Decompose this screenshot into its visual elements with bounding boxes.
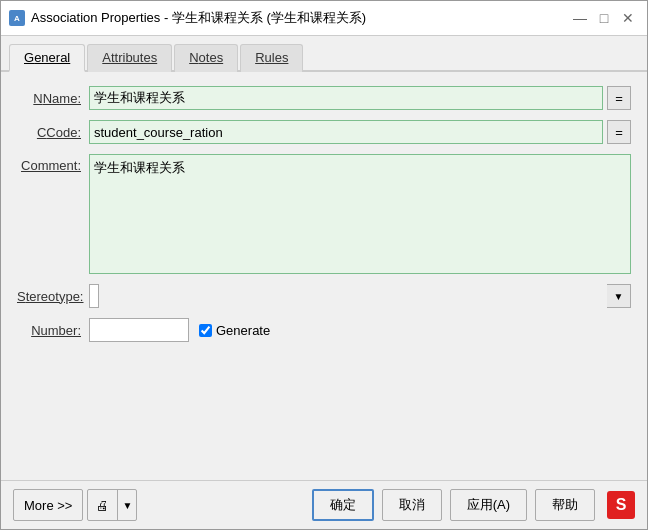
number-label-text: Number: [31, 323, 81, 338]
minimize-button[interactable]: — [569, 7, 591, 29]
stereotype-dropdown-icon: ▼ [607, 284, 631, 308]
window-title: Association Properties - 学生和课程关系 (学生和课程关… [31, 9, 366, 27]
tab-notes-label: otes [199, 50, 224, 65]
number-input[interactable] [89, 318, 189, 342]
main-window: A Association Properties - 学生和课程关系 (学生和课… [0, 0, 648, 530]
print-button[interactable]: 🖨 ▼ [87, 489, 137, 521]
generate-checkbox[interactable] [199, 324, 212, 337]
tab-rules[interactable]: Rules [240, 44, 303, 72]
stereotype-field: ▼ [89, 284, 631, 308]
print-icon: 🖨 [88, 490, 118, 520]
maximize-button[interactable]: □ [593, 7, 615, 29]
tab-attributes-label: ttributes [111, 50, 157, 65]
tab-attributes[interactable]: Attributes [87, 44, 172, 72]
help-button[interactable]: 帮助 [535, 489, 595, 521]
comment-row: Comment: 学生和课程关系 [17, 154, 631, 274]
title-bar-left: A Association Properties - 学生和课程关系 (学生和课… [9, 9, 366, 27]
more-button[interactable]: More >> [13, 489, 83, 521]
code-input[interactable] [89, 120, 603, 144]
window-icon: A [9, 10, 25, 26]
stereotype-label: Stereotype: [17, 289, 89, 304]
code-eq-button[interactable]: = [607, 120, 631, 144]
form-content: NName: = CCode: = Comment: 学生和课程关系 [1, 72, 647, 480]
svg-text:A: A [14, 14, 20, 23]
number-row: Number: Generate [17, 318, 631, 342]
cancel-button[interactable]: 取消 [382, 489, 442, 521]
tab-notes[interactable]: Notes [174, 44, 238, 72]
code-label-text: Code: [46, 125, 81, 140]
tab-bar: General Attributes Notes Rules [1, 36, 647, 72]
name-eq-button[interactable]: = [607, 86, 631, 110]
apply-button[interactable]: 应用(A) [450, 489, 527, 521]
stereotype-select-wrapper: ▼ [89, 284, 631, 308]
comment-label-text: Comment: [21, 158, 81, 173]
tab-general-label: eneral [34, 50, 70, 65]
name-row: NName: = [17, 86, 631, 110]
name-label-text: Name: [43, 91, 81, 106]
stereotype-select[interactable] [89, 284, 99, 308]
code-label: CCode: [17, 125, 89, 140]
footer: More >> 🖨 ▼ 确定 取消 应用(A) 帮助 S [1, 480, 647, 529]
code-field: = [89, 120, 631, 144]
footer-right: 确定 取消 应用(A) 帮助 S [312, 489, 635, 521]
generate-label: Generate [216, 323, 270, 338]
name-field: = [89, 86, 631, 110]
close-button[interactable]: ✕ [617, 7, 639, 29]
title-bar: A Association Properties - 学生和课程关系 (学生和课… [1, 1, 647, 36]
stereotype-label-text: tereotype: [26, 289, 84, 304]
title-controls: — □ ✕ [569, 7, 639, 29]
s-badge: S [607, 491, 635, 519]
footer-left: More >> 🖨 ▼ [13, 489, 137, 521]
generate-checkbox-label[interactable]: Generate [199, 323, 270, 338]
tab-general[interactable]: General [9, 44, 85, 72]
comment-field: 学生和课程关系 [89, 154, 631, 274]
comment-textarea[interactable]: 学生和课程关系 [89, 154, 631, 274]
stereotype-row: Stereotype: ▼ [17, 284, 631, 308]
confirm-button[interactable]: 确定 [312, 489, 374, 521]
print-dropdown-arrow: ▼ [118, 490, 136, 520]
tab-rules-label: ules [265, 50, 289, 65]
number-field: Generate [89, 318, 631, 342]
name-label: NName: [17, 91, 89, 106]
number-label: Number: [17, 323, 89, 338]
code-row: CCode: = [17, 120, 631, 144]
comment-label: Comment: [17, 154, 89, 173]
name-input[interactable] [89, 86, 603, 110]
